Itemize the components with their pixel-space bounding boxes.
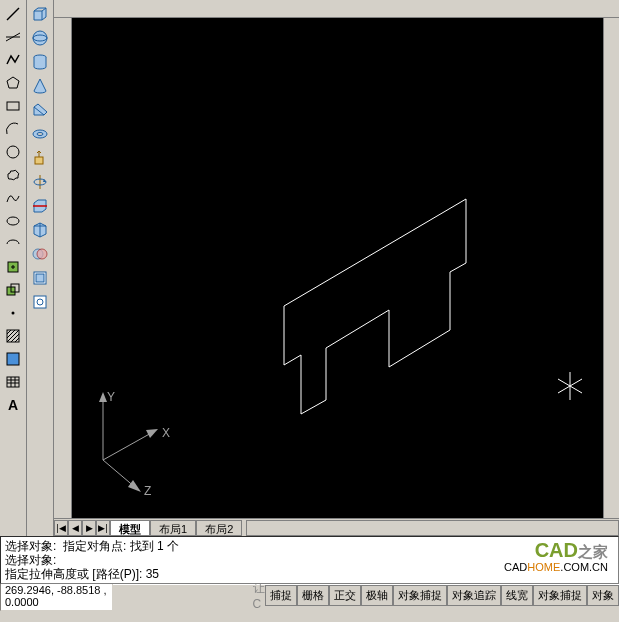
box-icon[interactable] bbox=[30, 4, 50, 24]
tab-nav-next[interactable]: ▶ bbox=[82, 520, 96, 536]
svg-rect-34 bbox=[36, 274, 44, 282]
svg-rect-4 bbox=[7, 102, 19, 110]
svg-rect-28 bbox=[35, 157, 43, 164]
section-icon[interactable] bbox=[30, 220, 50, 240]
point-icon[interactable] bbox=[3, 303, 23, 323]
line-icon[interactable] bbox=[3, 4, 23, 24]
status-ortho[interactable]: 正交 bbox=[329, 585, 361, 606]
scrollbar-horizontal[interactable] bbox=[246, 520, 619, 536]
xline-icon[interactable] bbox=[3, 27, 23, 47]
svg-marker-42 bbox=[99, 392, 107, 402]
svg-line-43 bbox=[103, 432, 153, 460]
status-polar[interactable]: 极轴 bbox=[361, 585, 393, 606]
status-otrack[interactable]: 对象追踪 bbox=[447, 585, 501, 606]
revolve-icon[interactable] bbox=[30, 172, 50, 192]
hatch-icon[interactable] bbox=[3, 326, 23, 346]
tab-nav-last[interactable]: ▶| bbox=[96, 520, 110, 536]
svg-line-12 bbox=[7, 330, 11, 334]
tab-model[interactable]: 模型 bbox=[110, 520, 150, 536]
block-icon[interactable] bbox=[3, 280, 23, 300]
svg-marker-44 bbox=[146, 429, 158, 438]
ruler-horizontal bbox=[54, 0, 619, 18]
3d-toolbar bbox=[27, 0, 54, 536]
coordinates-display: 269.2946, -88.8518 , 0.0000 bbox=[0, 581, 113, 611]
command-window[interactable]: 选择对象: 指定对角点: 找到 1 个 选择对象: 指定拉伸高度或 [路径(P)… bbox=[0, 536, 619, 584]
cylinder-icon[interactable] bbox=[30, 52, 50, 72]
status-grid[interactable]: 栅格 bbox=[297, 585, 329, 606]
svg-line-13 bbox=[7, 330, 15, 338]
watermark-brand: CAD之家 bbox=[535, 539, 608, 562]
torus-icon[interactable] bbox=[30, 124, 50, 144]
axis-z-label: Z bbox=[144, 484, 151, 498]
svg-marker-3 bbox=[7, 77, 19, 88]
svg-point-32 bbox=[37, 249, 47, 259]
tab-nav-first[interactable]: |◀ bbox=[54, 520, 68, 536]
draw-toolbar: A bbox=[0, 0, 27, 536]
tab-layout1[interactable]: 布局1 bbox=[150, 520, 196, 536]
status-snap[interactable]: 捕捉 bbox=[265, 585, 297, 606]
rectangle-icon[interactable] bbox=[3, 96, 23, 116]
ellipse-icon[interactable] bbox=[3, 211, 23, 231]
status-hint: 让C bbox=[253, 580, 265, 611]
profile-icon[interactable] bbox=[30, 292, 50, 312]
svg-line-37 bbox=[284, 355, 301, 365]
svg-point-23 bbox=[33, 31, 47, 45]
setup-icon[interactable] bbox=[30, 268, 50, 288]
svg-rect-35 bbox=[34, 296, 46, 308]
svg-point-6 bbox=[7, 217, 19, 225]
axis-x-label: X bbox=[162, 426, 170, 440]
arc-icon[interactable] bbox=[3, 119, 23, 139]
cone-icon[interactable] bbox=[30, 76, 50, 96]
status-osnap[interactable]: 对象捕捉 bbox=[393, 585, 447, 606]
interfere-icon[interactable] bbox=[30, 244, 50, 264]
status-lwt[interactable]: 线宽 bbox=[501, 585, 533, 606]
ucs-icon bbox=[78, 380, 178, 500]
scrollbar-vertical[interactable] bbox=[603, 18, 619, 518]
revcloud-icon[interactable] bbox=[3, 165, 23, 185]
axis-y-label: Y bbox=[107, 390, 115, 404]
polygon-icon[interactable] bbox=[3, 73, 23, 93]
svg-rect-18 bbox=[7, 377, 19, 387]
tab-nav-prev[interactable]: ◀ bbox=[68, 520, 82, 536]
tab-layout2[interactable]: 布局2 bbox=[196, 520, 242, 536]
status-bar: 269.2946, -88.8518 , 0.0000 让C 捕捉 栅格 正交 … bbox=[0, 584, 619, 606]
ellipsearc-icon[interactable] bbox=[3, 234, 23, 254]
circle-icon[interactable] bbox=[3, 142, 23, 162]
ruler-vertical bbox=[54, 18, 72, 518]
drawing-viewport[interactable]: Y X Z bbox=[72, 18, 603, 518]
svg-line-16 bbox=[15, 338, 19, 342]
status-obj[interactable]: 对象 bbox=[587, 585, 619, 606]
status-osnap2[interactable]: 对象捕捉 bbox=[533, 585, 587, 606]
svg-line-0 bbox=[7, 8, 19, 20]
svg-marker-46 bbox=[128, 480, 141, 492]
insert-icon[interactable] bbox=[3, 257, 23, 277]
svg-point-5 bbox=[7, 146, 19, 158]
spline-icon[interactable] bbox=[3, 188, 23, 208]
svg-rect-17 bbox=[7, 353, 19, 365]
svg-point-10 bbox=[12, 312, 15, 315]
table-icon[interactable] bbox=[3, 372, 23, 392]
cmd-history-1: 选择对象: 指定对角点: 找到 1 个 bbox=[5, 539, 614, 553]
region-icon[interactable] bbox=[3, 349, 23, 369]
layout-tabs: |◀ ◀ ▶ ▶| 模型 布局1 布局2 bbox=[54, 518, 619, 536]
sphere-icon[interactable] bbox=[30, 28, 50, 48]
svg-line-15 bbox=[11, 334, 19, 342]
mtext-icon[interactable]: A bbox=[3, 395, 23, 415]
extrude-icon[interactable] bbox=[30, 148, 50, 168]
slice-icon[interactable] bbox=[30, 196, 50, 216]
wedge-icon[interactable] bbox=[30, 100, 50, 120]
watermark-url: CADHOME.COM.CN bbox=[504, 561, 608, 573]
polyline-icon[interactable] bbox=[3, 50, 23, 70]
svg-point-27 bbox=[37, 133, 43, 136]
cursor-crosshair bbox=[550, 366, 590, 406]
